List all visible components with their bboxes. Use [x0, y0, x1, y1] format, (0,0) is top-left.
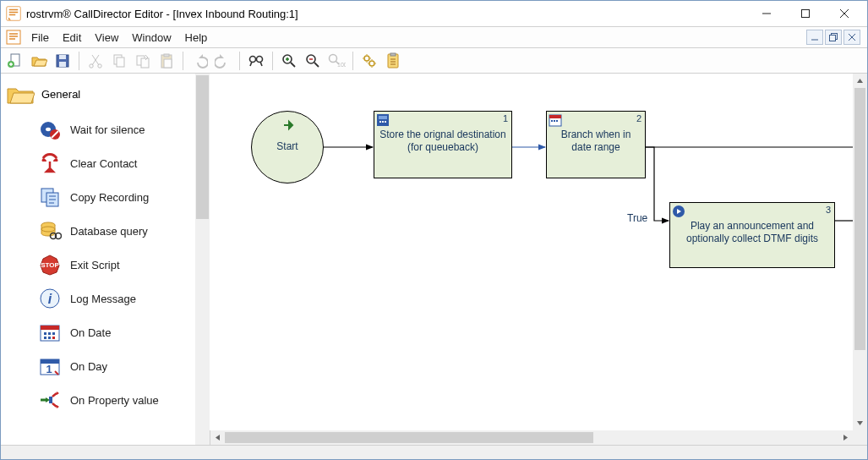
svg-rect-28 — [390, 53, 396, 56]
svg-text:i: i — [48, 292, 52, 306]
svg-rect-50 — [379, 121, 381, 123]
svg-rect-1 — [802, 10, 810, 18]
copy-button[interactable] — [108, 50, 130, 72]
palette-item-log-message[interactable]: i Log Message — [3, 282, 194, 315]
flow-node-label: Play an announcement and optionally coll… — [670, 203, 834, 250]
menu-window[interactable]: Window — [125, 29, 177, 47]
database-query-icon — [38, 219, 62, 243]
palette-item-label: Log Message — [70, 293, 136, 305]
svg-rect-49 — [379, 116, 387, 119]
svg-rect-9 — [59, 62, 66, 67]
menu-logo-icon — [6, 30, 21, 45]
flow-node-label: Store the orignal destination (for queue… — [374, 112, 511, 159]
palette-item-label: On Day — [70, 360, 107, 373]
mdi-close-button[interactable] — [843, 30, 860, 45]
svg-rect-57 — [556, 120, 558, 122]
menu-edit[interactable]: Edit — [56, 29, 88, 47]
undo-button[interactable] — [188, 50, 210, 72]
palette-group-general[interactable]: General — [3, 77, 194, 112]
toolbar: 100 — [1, 48, 867, 74]
date-icon — [549, 113, 562, 127]
palette-item-on-day[interactable]: 1 On Day — [3, 349, 194, 383]
store-icon — [376, 113, 390, 127]
menu-view[interactable]: View — [88, 29, 125, 47]
titlebar: rostrvm® CallDirector Editor - [Invex In… — [1, 1, 867, 26]
copyspecial-button[interactable] — [132, 50, 154, 72]
open-button[interactable] — [28, 50, 50, 72]
cut-button[interactable] — [85, 50, 106, 72]
palette-item-label: Clear Contact — [70, 157, 137, 170]
palette-tree[interactable]: General Wait for silence Clear Contact C… — [1, 74, 195, 445]
new-button[interactable] — [4, 50, 26, 72]
workspace: General Wait for silence Clear Contact C… — [1, 74, 867, 445]
menu-file[interactable]: File — [25, 29, 56, 47]
toolbar-separator — [272, 52, 273, 70]
flow-node-number: 1 — [503, 113, 508, 123]
zoom-in-button[interactable] — [278, 50, 300, 72]
play-icon — [672, 205, 685, 218]
flow-node-2[interactable]: 2 Branch when in date range — [546, 111, 646, 178]
palette-item-clear-contact[interactable]: Clear Contact — [3, 146, 194, 180]
copy-recording-icon — [38, 185, 62, 209]
flow-node-3[interactable]: 3 Play an announcement and optionally co… — [669, 202, 835, 268]
svg-rect-56 — [554, 120, 555, 122]
svg-point-19 — [250, 56, 256, 62]
toolbar-separator — [183, 52, 183, 70]
settings-button[interactable] — [358, 50, 380, 72]
tasks-button[interactable] — [382, 50, 404, 72]
find-button[interactable] — [245, 50, 267, 72]
window-close-button[interactable] — [825, 1, 864, 26]
window-title: rostrvm® CallDirector Editor - [Invex In… — [26, 8, 747, 20]
mdi-controls — [806, 30, 864, 45]
flow-canvas[interactable]: Start 1 Store the orignal destination (f… — [210, 74, 853, 430]
palette-item-label: On Date — [70, 326, 111, 339]
connector-label-true: True — [627, 212, 647, 224]
palette-panel: General Wait for silence Clear Contact C… — [1, 74, 210, 445]
palette-item-exit-script[interactable]: STOP Exit Script — [3, 248, 194, 282]
svg-rect-17 — [164, 54, 169, 57]
palette-item-on-date[interactable]: On Date — [3, 315, 194, 349]
svg-point-20 — [257, 56, 263, 62]
flow-start-label: Start — [252, 140, 323, 153]
flow-node-number: 3 — [826, 205, 831, 215]
flow-node-number: 2 — [636, 113, 641, 123]
window-minimize-button[interactable] — [747, 1, 786, 26]
palette-item-on-property[interactable]: On Property value — [3, 383, 194, 417]
flow-node-1[interactable]: 1 Store the orignal destination (for que… — [374, 111, 512, 178]
toolbar-separator — [79, 52, 79, 70]
mdi-restore-button[interactable] — [825, 30, 842, 45]
palette-item-label: Exit Script — [70, 259, 120, 271]
palette-item-copy-recording[interactable]: Copy Recording — [3, 180, 194, 214]
svg-rect-43 — [52, 337, 55, 339]
zoom-100-button[interactable]: 100 — [325, 50, 347, 72]
app-icon — [6, 6, 21, 21]
on-property-icon — [38, 388, 62, 412]
svg-rect-8 — [59, 55, 66, 59]
canvas-horizontal-scrollbar[interactable] — [210, 430, 853, 445]
paste-button[interactable] — [156, 50, 177, 72]
save-button[interactable] — [52, 50, 74, 72]
redo-button[interactable] — [212, 50, 234, 72]
canvas-panel: Start 1 Store the orignal destination (f… — [210, 74, 867, 445]
menu-help[interactable]: Help — [178, 29, 215, 47]
svg-point-25 — [364, 56, 369, 61]
start-arrow-icon — [282, 118, 296, 132]
svg-text:1: 1 — [46, 363, 52, 375]
mdi-minimize-button[interactable] — [806, 30, 823, 45]
palette-item-database-query[interactable]: Database query — [3, 214, 194, 248]
status-bar — [1, 445, 867, 459]
palette-item-wait-silence[interactable]: Wait for silence — [3, 112, 194, 146]
log-message-icon: i — [38, 287, 62, 310]
zoom-out-button[interactable] — [302, 50, 324, 72]
window-maximize-button[interactable] — [786, 1, 825, 26]
menubar: File Edit View Window Help — [1, 26, 867, 48]
svg-rect-54 — [549, 115, 561, 118]
svg-rect-42 — [41, 326, 59, 330]
toolbar-separator — [352, 52, 353, 70]
canvas-vertical-scrollbar[interactable] — [853, 74, 867, 430]
svg-point-26 — [369, 61, 374, 66]
palette-item-label: Database query — [70, 225, 148, 238]
flow-start-node[interactable]: Start — [251, 111, 324, 183]
svg-rect-51 — [382, 121, 384, 123]
palette-vertical-scrollbar[interactable] — [195, 74, 210, 445]
